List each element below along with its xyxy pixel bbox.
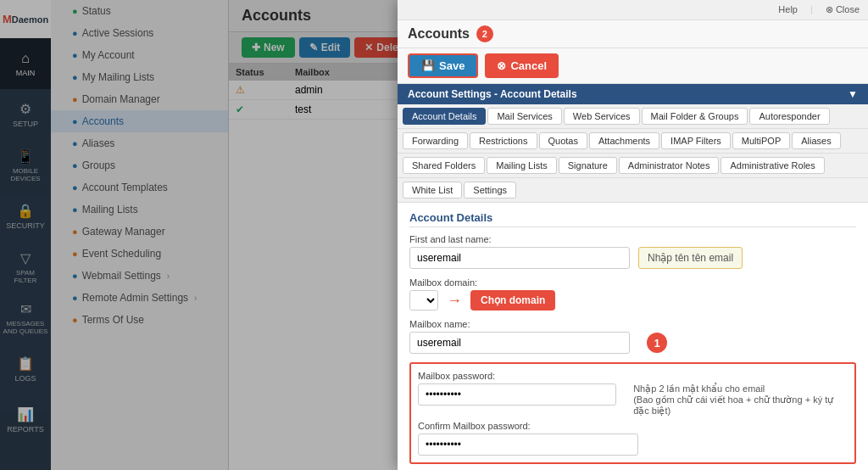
confirm-password-group: Confirm Mailbox password: — [418, 421, 848, 456]
tabs-row-3: Shared Folders Mailing Lists Signature A… — [398, 154, 868, 178]
confirm-password-label: Confirm Mailbox password: — [418, 421, 848, 431]
account-details-section-title: Account Details — [409, 211, 856, 227]
save-icon: 💾 — [421, 59, 435, 72]
first-last-name-group: First and last name: Nhập tên tên email — [409, 234, 856, 269]
tab-autoresponder[interactable]: Autoresponder — [749, 108, 829, 125]
tab-mail-services[interactable]: Mail Services — [487, 108, 561, 125]
confirm-password-input[interactable] — [418, 434, 638, 456]
mailbox-password-label: Mailbox password: — [418, 371, 848, 381]
tab-quotas[interactable]: Quotas — [539, 132, 587, 149]
tab-imap-filters[interactable]: IMAP Filters — [661, 132, 731, 149]
mailbox-password-input[interactable] — [418, 383, 616, 406]
cancel-button[interactable]: ⊗ Cancel — [485, 53, 559, 78]
tab-aliases[interactable]: Aliases — [792, 132, 840, 149]
tab-account-details[interactable]: Account Details — [403, 108, 486, 125]
mailbox-domain-group: Mailbox domain: → Chọn domain — [409, 277, 856, 311]
tabs-row-4: White List Settings — [398, 178, 868, 203]
mailbox-name-label: Mailbox name: — [409, 319, 856, 329]
tab-attachments[interactable]: Attachments — [589, 132, 659, 149]
tab-forwarding[interactable]: Forwarding — [403, 132, 468, 149]
tab-admin-roles[interactable]: Administrative Roles — [721, 157, 824, 174]
arrow-right-icon: → — [447, 292, 462, 310]
domain-row: → Chọn domain — [409, 290, 856, 311]
mailbox-name-group: Mailbox name: 1 — [409, 319, 856, 354]
hint-chon-domain: Chọn domain — [470, 290, 555, 311]
modal-actions: 💾 Save ⊗ Cancel — [398, 48, 868, 84]
close-link[interactable]: ⊗ Close — [826, 4, 860, 15]
password-box: Mailbox password: Nhập 2 lần mật khẩu ch… — [409, 362, 856, 464]
domain-select[interactable] — [409, 290, 438, 311]
accounts-modal: Help | ⊗ Close Accounts 2 💾 Save — [398, 0, 868, 470]
tabs-row-2: Forwarding Restrictions Quotas Attachmen… — [398, 129, 868, 154]
step-badge-1: 1 — [647, 333, 667, 353]
modal-topbar: Help | ⊗ Close — [398, 0, 868, 20]
first-last-name-input[interactable] — [409, 247, 630, 269]
tab-web-services[interactable]: Web Services — [564, 108, 640, 125]
tabs-row-1: Account Details Mail Services Web Servic… — [398, 104, 868, 129]
save-button[interactable]: 💾 Save — [408, 53, 478, 78]
tab-mail-folder-groups[interactable]: Mail Folder & Groups — [642, 108, 748, 125]
mailbox-name-input[interactable] — [409, 332, 630, 354]
first-name-input-row: Nhập tên tên email — [409, 247, 856, 269]
modal-overlay: Help | ⊗ Close Accounts 2 💾 Save — [0, 0, 868, 470]
help-link[interactable]: Help — [778, 4, 798, 15]
tab-multipop[interactable]: MultiPOP — [732, 132, 790, 149]
cancel-icon: ⊗ — [497, 59, 506, 72]
close-icon: ⊗ — [826, 4, 836, 14]
first-last-name-label: First and last name: — [409, 234, 856, 244]
mailbox-domain-label: Mailbox domain: — [409, 277, 856, 288]
tab-signature[interactable]: Signature — [559, 157, 617, 174]
password-hint: Nhập 2 lần mật khẩu cho email (Bao gồm c… — [633, 383, 848, 417]
mailbox-password-group: Mailbox password: Nhập 2 lần mật khẩu ch… — [418, 371, 848, 417]
tab-white-list[interactable]: White List — [403, 182, 462, 199]
modal-title: Accounts — [408, 26, 470, 42]
tab-mailing-lists[interactable]: Mailing Lists — [487, 157, 557, 174]
tab-admin-notes[interactable]: Administrator Notes — [619, 157, 720, 174]
tab-shared-folders[interactable]: Shared Folders — [403, 157, 485, 174]
step-badge-2: 2 — [476, 25, 493, 42]
tab-restrictions[interactable]: Restrictions — [470, 132, 537, 149]
tab-settings[interactable]: Settings — [464, 182, 516, 199]
chevron-down-icon[interactable]: ▼ — [848, 88, 858, 100]
modal-body: Account Details First and last name: Nhậ… — [398, 203, 868, 470]
modal-header: Accounts 2 — [398, 20, 868, 48]
modal-subtitle-bar: Account Settings - Account Details ▼ — [398, 84, 868, 104]
hint-nhap-ten: Nhập tên tên email — [638, 247, 743, 269]
